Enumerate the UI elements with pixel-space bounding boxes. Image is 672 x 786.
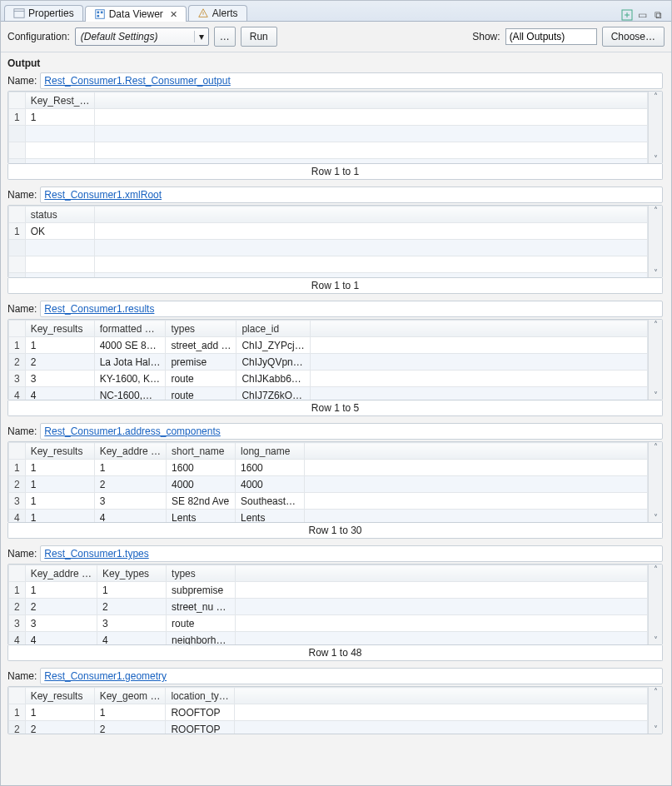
minimize-icon[interactable]: ▭ bbox=[638, 9, 650, 21]
table-row[interactable]: 22La Jota Hal…premiseChIJyQVpn… bbox=[9, 354, 648, 371]
table-row[interactable]: 444neighborh… bbox=[9, 632, 648, 645]
cell[interactable]: route bbox=[166, 387, 236, 400]
cell[interactable]: 1600 bbox=[167, 460, 236, 476]
cell[interactable] bbox=[25, 159, 95, 164]
column-header[interactable]: Key_results bbox=[25, 321, 94, 337]
scroll-up-icon[interactable]: ˄ bbox=[654, 92, 658, 101]
vertical-scrollbar[interactable]: ˄˅ bbox=[648, 206, 662, 277]
section-name-link[interactable]: Rest_Consumer1.address_components bbox=[40, 423, 663, 440]
data-grid[interactable]: Key_Rest_…11 bbox=[8, 92, 648, 163]
cell[interactable]: 1 bbox=[25, 460, 94, 476]
choose-button[interactable]: Choose… bbox=[602, 27, 665, 47]
tab-properties[interactable]: Properties bbox=[4, 5, 83, 21]
cell[interactable] bbox=[25, 126, 95, 142]
cell[interactable]: route bbox=[166, 371, 236, 387]
cell[interactable]: 1 bbox=[25, 109, 95, 126]
scroll-up-icon[interactable]: ˄ bbox=[654, 442, 658, 451]
section-name-link[interactable]: Rest_Consumer1.results bbox=[40, 301, 663, 317]
column-header[interactable]: Key_addre … bbox=[25, 565, 97, 582]
cell[interactable]: 1 bbox=[94, 704, 166, 721]
vertical-scrollbar[interactable]: ˄˅ bbox=[648, 442, 662, 522]
column-header[interactable]: formatted … bbox=[94, 321, 166, 337]
run-button[interactable]: Run bbox=[241, 27, 277, 47]
scroll-down-icon[interactable]: ˅ bbox=[654, 513, 658, 522]
section-name-link[interactable]: Rest_Consumer1.xmlRoot bbox=[40, 187, 663, 203]
section-name-link[interactable]: Rest_Consumer1.geometry bbox=[40, 668, 663, 684]
vertical-scrollbar[interactable]: ˄˅ bbox=[648, 687, 662, 734]
column-header[interactable]: Key_geom … bbox=[94, 688, 166, 704]
section-name-link[interactable]: Rest_Consumer1.Rest_Consumer_output bbox=[40, 72, 663, 89]
show-filter-input[interactable] bbox=[505, 28, 597, 45]
cell[interactable]: ChIJyQVpn… bbox=[236, 354, 310, 371]
column-header[interactable]: short_name bbox=[167, 443, 236, 460]
column-header[interactable]: location_ty… bbox=[166, 688, 235, 704]
column-header[interactable]: long_name bbox=[236, 443, 305, 460]
cell[interactable]: 3 bbox=[25, 371, 94, 387]
table-row[interactable] bbox=[9, 256, 648, 273]
column-header[interactable]: Key_types bbox=[97, 565, 167, 582]
table-row[interactable]: 313SE 82nd AveSoutheast… bbox=[9, 493, 648, 510]
column-header[interactable]: Key_results bbox=[25, 688, 94, 704]
column-header[interactable]: Key_results bbox=[25, 443, 94, 460]
table-row[interactable]: 222ROOFTOP bbox=[9, 721, 648, 734]
table-row[interactable] bbox=[9, 126, 648, 142]
cell[interactable]: 4000 bbox=[167, 476, 236, 493]
cell[interactable]: 4 bbox=[25, 387, 94, 400]
cell[interactable]: 2 bbox=[25, 354, 94, 371]
cell[interactable]: 1 bbox=[25, 337, 94, 354]
table-row[interactable]: 333route bbox=[9, 615, 648, 632]
vertical-scrollbar[interactable]: ˄˅ bbox=[648, 565, 662, 644]
cell[interactable]: 1 bbox=[25, 582, 97, 599]
scroll-down-icon[interactable]: ˅ bbox=[654, 724, 658, 734]
maximize-icon[interactable]: ⧉ bbox=[655, 9, 666, 21]
cell[interactable]: 4 bbox=[94, 510, 166, 523]
cell[interactable]: neighborh… bbox=[167, 632, 236, 645]
column-header[interactable]: Key_Rest_… bbox=[25, 92, 95, 109]
table-row[interactable]: 11116001600 bbox=[9, 460, 648, 476]
tab-data-viewer[interactable]: Data Viewer ✕ bbox=[85, 6, 187, 22]
scroll-up-icon[interactable]: ˄ bbox=[654, 320, 658, 329]
cell[interactable] bbox=[25, 240, 94, 256]
cell[interactable]: subpremise bbox=[167, 582, 236, 599]
cell[interactable]: 4000 SE 8… bbox=[94, 337, 166, 354]
data-grid[interactable]: Key_resultsformatted …typesplace_id11400… bbox=[8, 320, 648, 400]
table-row[interactable]: 21240004000 bbox=[9, 476, 648, 493]
column-header[interactable]: place_id bbox=[236, 321, 310, 337]
cell[interactable]: 2 bbox=[94, 721, 166, 734]
table-row[interactable]: 111subpremise bbox=[9, 582, 648, 599]
cell[interactable] bbox=[25, 142, 95, 159]
table-row[interactable] bbox=[9, 240, 648, 256]
cell[interactable]: 1 bbox=[25, 493, 94, 510]
scroll-down-icon[interactable]: ˅ bbox=[654, 635, 658, 644]
cell[interactable]: 4 bbox=[97, 632, 167, 645]
configuration-more-button[interactable]: … bbox=[214, 27, 236, 47]
column-header[interactable]: types bbox=[166, 321, 236, 337]
table-row[interactable]: 114000 SE 8…street_add …ChIJ_ZYPcj… bbox=[9, 337, 648, 354]
cell[interactable]: ChIJ7Z6kO… bbox=[236, 387, 310, 400]
cell[interactable]: street_nu … bbox=[167, 599, 236, 615]
cell[interactable]: 3 bbox=[25, 615, 97, 632]
cell[interactable]: SE 82nd Ave bbox=[167, 493, 236, 510]
scroll-up-icon[interactable]: ˄ bbox=[654, 565, 658, 574]
column-header[interactable]: Key_addre … bbox=[94, 443, 166, 460]
cell[interactable]: 2 bbox=[97, 599, 167, 615]
close-icon[interactable]: ✕ bbox=[167, 9, 177, 20]
cell[interactable]: 1 bbox=[94, 460, 166, 476]
cell[interactable] bbox=[25, 256, 94, 273]
scroll-up-icon[interactable]: ˄ bbox=[654, 687, 658, 696]
section-name-link[interactable]: Rest_Consumer1.types bbox=[40, 545, 663, 562]
cell[interactable]: ROOFTOP bbox=[166, 704, 235, 721]
data-grid[interactable]: status1OK bbox=[8, 206, 648, 277]
cell[interactable]: 1 bbox=[25, 476, 94, 493]
configuration-select[interactable]: (Default Settings) ▾ bbox=[75, 27, 209, 46]
cell[interactable]: OK bbox=[25, 223, 94, 240]
table-row[interactable]: 111ROOFTOP bbox=[9, 704, 648, 721]
cell[interactable]: 2 bbox=[94, 476, 166, 493]
cell[interactable]: 2 bbox=[25, 599, 97, 615]
chevron-down-icon[interactable]: ▾ bbox=[194, 31, 208, 42]
cell[interactable]: Southeast… bbox=[236, 493, 305, 510]
cell[interactable]: 2 bbox=[25, 721, 94, 734]
tab-alerts[interactable]: Alerts bbox=[188, 5, 247, 21]
cell[interactable]: 3 bbox=[94, 493, 166, 510]
cell[interactable]: 1 bbox=[25, 704, 94, 721]
